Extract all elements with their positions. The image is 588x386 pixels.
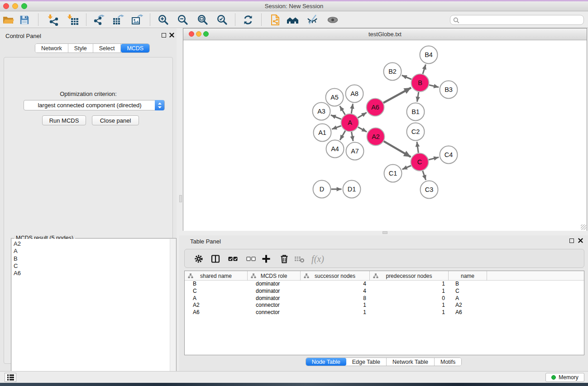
table-cell[interactable]: 1	[370, 281, 449, 288]
new-network-from-file-button[interactable]	[268, 12, 283, 28]
table-cell[interactable]: 1	[370, 302, 449, 309]
tab-mcds[interactable]: MCDS	[121, 44, 149, 52]
tab-edge-table[interactable]: Edge Table	[346, 358, 387, 366]
search-input[interactable]	[461, 16, 581, 24]
graph-node-A3[interactable]: A3	[313, 103, 330, 120]
graph-node-A[interactable]: A	[341, 114, 359, 132]
graph-node-D1[interactable]: D1	[343, 181, 361, 198]
tab-select[interactable]: Select	[93, 44, 121, 52]
table-row[interactable]: Bdominator41B	[185, 281, 584, 288]
function-builder-button[interactable]: f(x)	[309, 252, 327, 266]
table-cell[interactable]: C	[449, 288, 487, 295]
table-cell[interactable]: B	[449, 281, 487, 288]
mcds-result-item[interactable]: C	[14, 262, 170, 270]
column-header-predecessor-nodes[interactable]: predecessor nodes	[370, 271, 449, 281]
table-cell[interactable]: dominator	[248, 281, 301, 288]
result-scrollbar[interactable]	[170, 239, 176, 386]
table-cell[interactable]: 1	[301, 302, 370, 309]
table-row[interactable]: Cdominator41C	[185, 288, 584, 295]
column-header-name[interactable]: name	[449, 271, 487, 281]
tab-motifs[interactable]: Motifs	[435, 358, 461, 366]
graph-edge-A-A5[interactable]	[340, 106, 345, 114]
float-table-panel-button[interactable]	[569, 238, 574, 243]
table-cell[interactable]: connector	[248, 302, 301, 309]
optimization-criterion-dropdown[interactable]: largest connected component (directed)	[24, 100, 165, 110]
save-session-button[interactable]	[17, 12, 32, 28]
table-cell[interactable]: A6	[449, 309, 487, 316]
table-cell[interactable]: 1	[301, 309, 370, 316]
zoom-fit-button[interactable]	[195, 12, 210, 28]
graph-edge-B-B4[interactable]	[423, 65, 425, 74]
column-layout-button[interactable]	[208, 252, 223, 266]
table-cell[interactable]: A2	[185, 302, 248, 309]
add-column-button[interactable]	[259, 252, 273, 266]
refresh-button[interactable]	[240, 12, 256, 28]
open-session-button[interactable]	[0, 12, 16, 28]
graph-edge-B-B3[interactable]	[429, 85, 439, 87]
graph-node-C3[interactable]: C3	[421, 181, 438, 199]
graph-node-C2[interactable]: C2	[407, 123, 425, 141]
deselect-all-columns-button[interactable]	[244, 252, 258, 266]
tab-network-table[interactable]: Network Table	[387, 358, 435, 366]
graph-edge-A-A8[interactable]	[351, 104, 353, 114]
graph-node-A5[interactable]: A5	[326, 89, 344, 106]
table-cell[interactable]: dominator	[248, 288, 301, 295]
export-table-button[interactable]	[110, 12, 126, 28]
table-cell[interactable]: 4	[301, 281, 370, 288]
table-cell[interactable]: A	[449, 295, 487, 302]
table-cell[interactable]: 0	[370, 295, 449, 302]
run-mcds-button[interactable]: Run MCDS	[42, 115, 86, 125]
graph-edge-B-B1[interactable]	[417, 92, 419, 102]
network-canvas[interactable]: B4B2BB3A8A5A6A3B1AC2A1A2A4A7C4CC1C3DD1	[183, 40, 587, 231]
zoom-selected-button[interactable]	[215, 12, 230, 28]
graph-edge-A6-B[interactable]	[383, 88, 411, 103]
delete-column-button[interactable]	[277, 252, 292, 266]
tab-style[interactable]: Style	[68, 44, 93, 52]
graph-edge-C-C1[interactable]	[402, 166, 411, 169]
graph-node-B4[interactable]: B4	[420, 46, 438, 64]
graph-node-B3[interactable]: B3	[440, 81, 458, 99]
column-header-shared-name[interactable]: shared name	[185, 271, 248, 281]
hide-graphics-details-button[interactable]	[305, 12, 320, 28]
home-button[interactable]	[285, 12, 301, 28]
zoom-in-button[interactable]	[156, 12, 171, 28]
close-panel-button[interactable]	[169, 33, 174, 38]
graph-node-B2[interactable]: B2	[384, 63, 402, 81]
graph-node-D[interactable]: D	[313, 181, 331, 198]
graph-edge-A-A4[interactable]	[340, 131, 345, 140]
export-image-button[interactable]	[129, 12, 145, 28]
graph-node-A2[interactable]: A2	[367, 128, 385, 146]
table-cell[interactable]: 1	[370, 288, 449, 295]
table-cell[interactable]: A	[185, 295, 248, 302]
graph-node-B1[interactable]: B1	[407, 103, 425, 121]
zoom-out-button[interactable]	[175, 12, 191, 28]
graph-node-A8[interactable]: A8	[346, 85, 363, 103]
graph-edge-A-A3[interactable]	[331, 115, 341, 119]
mcds-result-item[interactable]: B	[14, 255, 170, 262]
table-cell[interactable]: dominator	[248, 295, 301, 302]
table-cell[interactable]: A2	[449, 302, 487, 309]
tab-network[interactable]: Network	[35, 44, 68, 52]
close-table-panel-button[interactable]	[578, 238, 583, 243]
graph-node-B[interactable]: B	[411, 74, 429, 92]
close-panel-button-mcds[interactable]: Close panel	[92, 115, 139, 125]
table-cell[interactable]: B	[185, 281, 248, 288]
graph-edge-A-A1[interactable]	[332, 126, 341, 129]
graph-edge-C-C3[interactable]	[423, 171, 426, 180]
graph-node-A4[interactable]: A4	[326, 140, 344, 158]
mcds-result-item[interactable]: A	[14, 248, 170, 255]
graph-edge-A-A2[interactable]	[358, 127, 367, 132]
graph-node-C1[interactable]: C1	[384, 165, 402, 182]
resize-grip-icon[interactable]	[581, 224, 586, 230]
column-header-successor-nodes[interactable]: successor nodes	[301, 271, 370, 281]
table-row[interactable]: A6connector11A6	[185, 309, 584, 316]
show-graphics-details-button[interactable]	[325, 12, 340, 28]
delete-table-button[interactable]	[292, 252, 307, 266]
export-network-button[interactable]	[91, 12, 106, 28]
mcds-result-item[interactable]: A6	[14, 270, 170, 277]
memory-button[interactable]: Memory	[545, 373, 584, 382]
table-cell[interactable]: 8	[301, 295, 370, 302]
graph-edge-C-C2[interactable]	[417, 142, 418, 152]
graph-edge-A-A6[interactable]	[358, 113, 367, 118]
graph-node-A6[interactable]: A6	[367, 99, 384, 116]
